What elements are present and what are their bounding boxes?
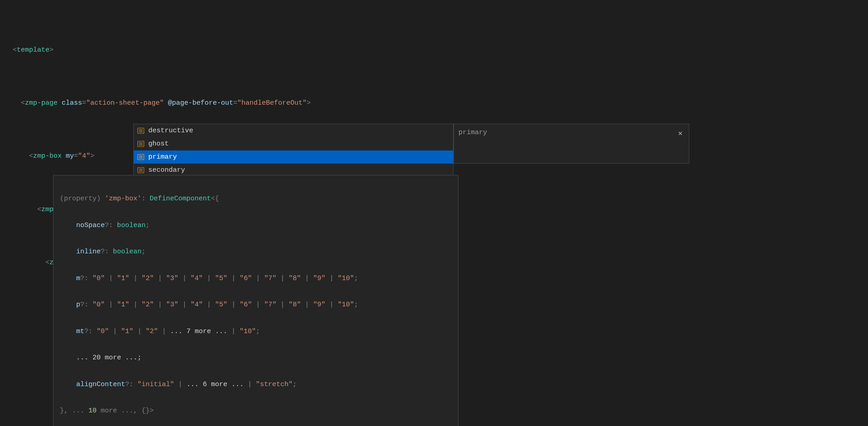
tag-template: template — [17, 46, 49, 54]
enum-member-icon — [137, 167, 145, 174]
tag-zmp-page: zmp-page — [25, 99, 58, 107]
autocomplete-item-ghost[interactable]: ghost — [134, 137, 453, 150]
hover-line: }, ... 10 more ..., {}> — [60, 404, 452, 417]
code-line[interactable]: <zmp-page class="action-sheet-page" @pag… — [13, 97, 868, 110]
hover-line: mt?: "0" | "1" | "2" | ... 7 more ... | … — [60, 325, 452, 338]
autocomplete-label: ghost — [148, 137, 169, 150]
hover-line: m?: "0" | "1" | "2" | "3" | "4" | "5" | … — [60, 272, 452, 285]
autocomplete-item-destructive[interactable]: destructive — [134, 124, 453, 137]
enum-member-icon — [137, 128, 145, 134]
hover-tooltip: (property) 'zmp-box': DefineComponent<{ … — [53, 175, 458, 426]
hover-line: (property) 'zmp-box': DefineComponent<{ — [60, 192, 452, 205]
hover-line: noSpace?: boolean; — [60, 219, 452, 232]
hover-line: ... 20 more ...; — [60, 351, 452, 364]
autocomplete-label: destructive — [148, 124, 193, 137]
enum-member-icon — [137, 154, 145, 160]
autocomplete-popup[interactable]: destructive ghost primary secondary — [133, 124, 454, 177]
code-line[interactable]: <template> — [13, 44, 868, 57]
details-text: primary — [458, 126, 487, 139]
autocomplete-label: primary — [148, 150, 177, 164]
autocomplete-details-panel: primary ✕ — [454, 124, 689, 164]
hover-line: inline?: boolean; — [60, 245, 452, 258]
autocomplete-item-primary[interactable]: primary — [134, 150, 453, 164]
enum-member-icon — [137, 141, 145, 147]
close-icon[interactable]: ✕ — [676, 126, 684, 142]
hover-line: alignContent?: "initial" | ... 6 more ..… — [60, 378, 452, 391]
hover-line: p?: "0" | "1" | "2" | "3" | "4" | "5" | … — [60, 298, 452, 311]
tag-zmp-box: zmp-box — [33, 152, 62, 160]
